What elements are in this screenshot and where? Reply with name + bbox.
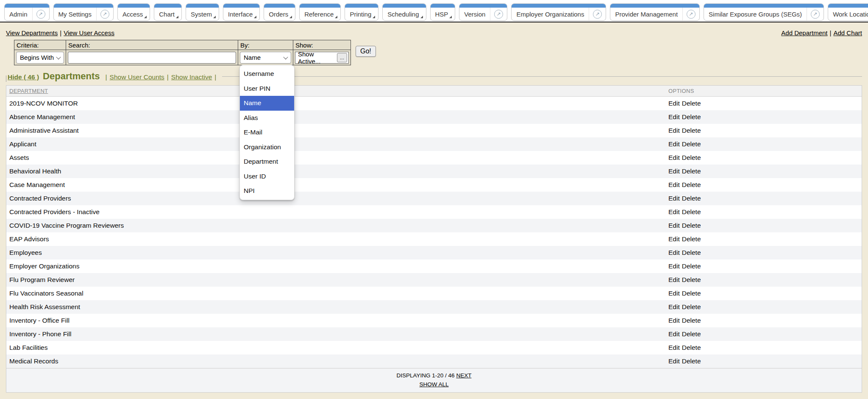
delete-link[interactable]: Delete: [682, 195, 701, 202]
nav-tab-orders[interactable]: Orders: [264, 3, 295, 21]
delete-link[interactable]: Delete: [682, 100, 701, 107]
external-link-icon[interactable]: ↗: [100, 10, 109, 19]
show-user-counts-link[interactable]: Show User Counts: [110, 73, 164, 81]
options-cell: EditDelete: [668, 208, 862, 216]
search-input[interactable]: [68, 52, 236, 64]
next-page-link[interactable]: NEXT: [456, 372, 471, 379]
department-cell: Absence Management: [6, 113, 668, 121]
delete-link[interactable]: Delete: [682, 208, 701, 215]
by-option-name[interactable]: Name: [240, 96, 294, 111]
nav-tab-admin[interactable]: Admin↗: [4, 3, 50, 21]
nav-tab-access[interactable]: Access: [117, 3, 150, 21]
show-filter-more-button[interactable]: ...: [337, 53, 347, 62]
edit-link[interactable]: Edit: [668, 330, 680, 338]
tab-label: Provider Management: [610, 11, 682, 18]
edit-link[interactable]: Edit: [668, 303, 680, 310]
edit-link[interactable]: Edit: [668, 154, 680, 161]
edit-link[interactable]: Edit: [668, 317, 680, 324]
edit-link[interactable]: Edit: [668, 262, 680, 270]
nav-tab-chart[interactable]: Chart: [154, 3, 182, 21]
edit-link[interactable]: Edit: [668, 235, 680, 243]
nav-tab-version[interactable]: Version↗: [459, 3, 507, 21]
show-inactive-link[interactable]: Show Inactive: [171, 73, 212, 81]
delete-link[interactable]: Delete: [682, 249, 701, 256]
nav-tab-hsp[interactable]: HSP: [430, 3, 456, 21]
delete-link[interactable]: Delete: [682, 290, 701, 297]
criteria-select[interactable]: Begins With: [16, 52, 64, 64]
delete-link[interactable]: Delete: [682, 357, 701, 365]
nav-tab-similar-exposure-groups-segs[interactable]: Similar Exposure Groups (SEGs)↗: [704, 3, 824, 21]
delete-link[interactable]: Delete: [682, 303, 701, 310]
delete-link[interactable]: Delete: [682, 113, 701, 120]
displaying-text: DISPLAYING 1-20 / 46: [397, 372, 455, 379]
edit-link[interactable]: Edit: [668, 100, 680, 107]
show-filter-box[interactable]: Show Active... ...: [295, 52, 349, 64]
by-select[interactable]: Name: [240, 52, 291, 64]
add-department-link[interactable]: Add Department: [781, 29, 827, 36]
view-user-access-link[interactable]: View User Access: [64, 29, 114, 36]
by-option-department[interactable]: Department: [240, 154, 294, 169]
department-cell: Flu Vaccinators Seasonal: [6, 290, 668, 297]
external-link-icon[interactable]: ↗: [687, 10, 696, 19]
by-option-e-mail[interactable]: E-Mail: [240, 125, 294, 140]
nav-tab-employer-organizations[interactable]: Employer Organizations↗: [511, 3, 606, 21]
nav-tab-work-locations[interactable]: Work Locations↗: [828, 3, 868, 21]
by-select-value: Name: [244, 54, 261, 61]
nav-tab-provider-management[interactable]: Provider Management↗: [610, 3, 700, 21]
tab-body: Work Locations↗: [828, 8, 868, 20]
edit-link[interactable]: Edit: [668, 222, 680, 229]
go-button[interactable]: Go!: [356, 46, 376, 57]
by-option-alias[interactable]: Alias: [240, 111, 294, 126]
by-option-username[interactable]: Username: [240, 67, 294, 81]
delete-link[interactable]: Delete: [682, 262, 701, 270]
edit-link[interactable]: Edit: [668, 276, 680, 283]
show-all-link[interactable]: SHOW ALL: [419, 381, 448, 388]
delete-link[interactable]: Delete: [682, 127, 701, 134]
external-link-icon[interactable]: ↗: [494, 10, 503, 19]
nav-tab-system[interactable]: System: [186, 3, 219, 21]
add-chart-link[interactable]: Add Chart: [833, 29, 862, 36]
by-option-npi[interactable]: NPI: [240, 184, 294, 198]
table-row: Employer OrganizationsEditDelete: [6, 259, 862, 273]
by-option-user-id[interactable]: User ID: [240, 169, 294, 184]
department-cell: Assets: [6, 154, 668, 162]
header-rule: [222, 76, 862, 77]
edit-link[interactable]: Edit: [668, 140, 680, 148]
tab-accent-bar: [223, 4, 259, 8]
delete-link[interactable]: Delete: [682, 222, 701, 229]
edit-link[interactable]: Edit: [668, 290, 680, 297]
department-sort-link[interactable]: DEPARTMENT: [9, 88, 48, 94]
edit-link[interactable]: Edit: [668, 249, 680, 256]
delete-link[interactable]: Delete: [682, 330, 701, 338]
by-option-organization[interactable]: Organization: [240, 140, 294, 155]
edit-link[interactable]: Edit: [668, 195, 680, 202]
tab-body: Admin↗: [5, 8, 49, 20]
nav-tab-printing[interactable]: Printing: [345, 3, 378, 21]
edit-link[interactable]: Edit: [668, 208, 680, 215]
delete-link[interactable]: Delete: [682, 154, 701, 161]
nav-tab-interface[interactable]: Interface: [223, 3, 260, 21]
delete-link[interactable]: Delete: [682, 235, 701, 243]
delete-link[interactable]: Delete: [682, 317, 701, 324]
nav-tab-my-settings[interactable]: My Settings↗: [53, 3, 114, 21]
nav-tab-reference[interactable]: Reference: [299, 3, 341, 21]
edit-link[interactable]: Edit: [668, 167, 680, 175]
external-link-icon[interactable]: ↗: [36, 10, 45, 19]
criteria-label: Criteria:: [14, 40, 66, 50]
external-link-icon[interactable]: ↗: [593, 10, 602, 19]
edit-link[interactable]: Edit: [668, 357, 680, 365]
by-option-user-pin[interactable]: User PIN: [240, 81, 294, 96]
hide-count-link[interactable]: Hide ( 46 ): [8, 73, 39, 81]
edit-link[interactable]: Edit: [668, 181, 680, 188]
nav-tab-scheduling[interactable]: Scheduling: [382, 3, 426, 21]
delete-link[interactable]: Delete: [682, 344, 701, 351]
view-departments-link[interactable]: View Departments: [6, 29, 58, 36]
delete-link[interactable]: Delete: [682, 181, 701, 188]
edit-link[interactable]: Edit: [668, 113, 680, 120]
external-link-icon[interactable]: ↗: [811, 10, 820, 19]
delete-link[interactable]: Delete: [682, 167, 701, 175]
edit-link[interactable]: Edit: [668, 127, 680, 134]
edit-link[interactable]: Edit: [668, 344, 680, 351]
delete-link[interactable]: Delete: [682, 276, 701, 283]
delete-link[interactable]: Delete: [682, 140, 701, 148]
